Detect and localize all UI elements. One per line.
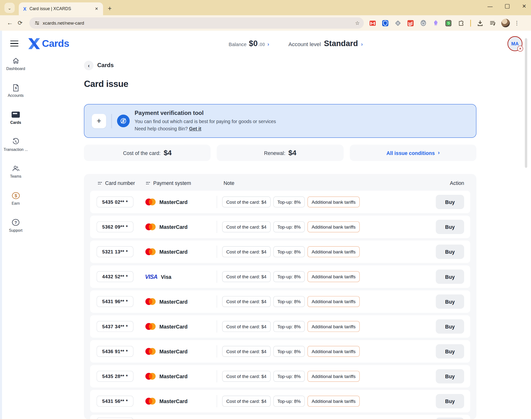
note-chips: Cost of the card: $4Top-up: 8%Additional… xyxy=(222,271,436,282)
row-divider xyxy=(217,345,217,358)
buy-button[interactable]: Buy xyxy=(436,369,464,383)
mastercard-logo-icon xyxy=(145,223,156,230)
minimize-button[interactable]: — xyxy=(486,3,493,9)
buy-button[interactable]: Buy xyxy=(436,244,464,259)
sidebar-item-cards[interactable]: Cards xyxy=(0,110,31,137)
bitwarden-extension-icon[interactable] xyxy=(381,19,390,27)
buy-button[interactable]: Buy xyxy=(436,195,464,209)
buy-button[interactable]: Buy xyxy=(436,319,464,334)
buy-button[interactable]: Buy xyxy=(436,220,464,234)
recorder-extension-icon[interactable] xyxy=(444,19,453,27)
payment-system-name: MasterCard xyxy=(159,199,188,205)
url-text[interactable]: xcards.net/new-card xyxy=(43,20,355,26)
note-chips: Cost of the card: $4Top-up: 8%Additional… xyxy=(222,196,436,207)
column-action: Action xyxy=(450,180,464,186)
sidebar-item-label: Support xyxy=(9,228,22,232)
card-number-chip: 5437 34** * xyxy=(97,321,134,332)
dollar-coin-icon: $ xyxy=(11,191,20,200)
balance-widget[interactable]: Balance $0 .00 › xyxy=(229,39,269,48)
note-chips: Cost of the card: $4Top-up: 8%Additional… xyxy=(222,346,436,357)
buy-button[interactable]: Buy xyxy=(436,295,464,309)
sidebar-item-dashboard[interactable]: Dashboard xyxy=(0,56,31,83)
page-scrollbar[interactable] xyxy=(525,38,527,168)
sidebar-item-support[interactable]: ? Support xyxy=(0,218,31,245)
brand-x-icon xyxy=(27,37,41,50)
column-payment-system[interactable]: Payment system xyxy=(146,180,223,186)
row-divider xyxy=(217,221,217,233)
bookmark-star-icon[interactable]: ☆ xyxy=(355,20,360,26)
browser-tab[interactable]: X Card issue | XCARDS ✕ xyxy=(19,2,103,15)
new-tab-button[interactable]: + xyxy=(108,5,112,12)
chevron-down-icon: ⌄ xyxy=(8,5,11,10)
app-header: Cards Balance $0 .00 › Account level Sta… xyxy=(0,31,531,56)
buy-button[interactable]: Buy xyxy=(436,394,464,408)
question-circle-icon: ? xyxy=(12,218,20,227)
close-window-button[interactable]: ✕ xyxy=(521,3,528,9)
people-icon xyxy=(11,164,20,173)
crystal-extension-icon[interactable] xyxy=(432,19,440,27)
get-it-link[interactable]: Get it xyxy=(189,126,201,131)
maximize-button[interactable] xyxy=(504,3,511,9)
balance-cents: .00 xyxy=(258,42,265,47)
payment-system-cell: VISA Visa xyxy=(145,273,217,280)
tab-close-icon[interactable]: ✕ xyxy=(93,6,100,12)
note-chip: Additional bank tariffs xyxy=(308,271,360,282)
note-chips: Cost of the card: $4Top-up: 8%Additional… xyxy=(222,321,436,332)
power-extension-icon[interactable] xyxy=(419,19,427,27)
buy-button[interactable]: Buy xyxy=(436,269,464,284)
banner-description: You can find out which card is best for … xyxy=(135,118,276,125)
payment-verification-banner: + Payment verification tool You can find… xyxy=(84,104,476,138)
card-row: 5437 34** * MasterCard Cost of the card:… xyxy=(90,315,470,338)
url-bar[interactable]: xcards.net/new-card ☆ xyxy=(30,17,364,29)
payment-system-cell: MasterCard xyxy=(145,373,217,380)
tab-search-button[interactable]: ⌄ xyxy=(4,3,15,13)
note-chip: Cost of the card: $4 xyxy=(222,271,271,282)
cards-table: Card number Payment system Note Action 5… xyxy=(84,174,476,420)
browser-profile-avatar[interactable] xyxy=(501,19,510,27)
breadcrumb: ‹ Cards xyxy=(84,61,476,71)
sidebar-item-accounts[interactable]: $ Accounts xyxy=(0,83,31,110)
toolbar-separator xyxy=(470,20,471,26)
gmail-extension-icon[interactable] xyxy=(368,19,377,27)
payment-system-cell: MasterCard xyxy=(145,248,217,255)
svg-text:?: ? xyxy=(15,220,17,225)
renewal-value: $4 xyxy=(288,149,296,157)
note-chip: Top-up: 8% xyxy=(273,196,305,207)
note-chip: Top-up: 8% xyxy=(273,296,305,307)
user-avatar[interactable]: MA ✕ xyxy=(507,36,522,51)
svg-text:$: $ xyxy=(15,193,17,198)
payment-system-name: Visa xyxy=(161,274,171,280)
browser-menu-icon[interactable]: ⋮ xyxy=(514,20,520,26)
main-content: ‹ Cards Card issue + Payment verificatio… xyxy=(84,61,476,420)
sidebar-item-earn[interactable]: $ Earn xyxy=(0,191,31,218)
mastercard-logo-icon xyxy=(145,323,156,330)
card-number-chip: 5362 09** * xyxy=(97,221,134,232)
diamond-extension-icon[interactable] xyxy=(394,19,402,27)
account-level-widget[interactable]: Account level Standard › xyxy=(288,39,363,48)
issue-conditions-link[interactable]: All issue conditions › xyxy=(350,145,476,161)
mastercard-logo-icon xyxy=(145,397,156,405)
sidebar-item-teams[interactable]: Teams xyxy=(0,164,31,191)
column-card-number[interactable]: Card number xyxy=(98,180,146,186)
reload-button[interactable]: ⟳ xyxy=(15,20,25,27)
balance-amount: $0 xyxy=(249,39,258,48)
payment-system-name: MasterCard xyxy=(159,374,188,379)
hamburger-menu-icon[interactable] xyxy=(10,41,18,46)
downloads-icon[interactable] xyxy=(476,19,484,27)
brand-logo[interactable]: Cards xyxy=(27,37,69,50)
back-button[interactable]: ← xyxy=(5,20,15,27)
extensions-puzzle-icon[interactable] xyxy=(457,19,465,27)
site-info-icon[interactable] xyxy=(34,20,40,26)
buy-button[interactable]: Buy xyxy=(436,344,464,359)
note-chip: Cost of the card: $4 xyxy=(222,246,271,257)
breadcrumb-back-button[interactable]: ‹ xyxy=(84,61,94,71)
mastercard-logo-icon xyxy=(145,198,156,206)
sidebar-item-transaction[interactable]: Transaction ... xyxy=(0,137,31,164)
home-icon xyxy=(12,56,20,65)
note-chips: Cost of the card: $4Top-up: 8%Additional… xyxy=(222,221,436,232)
add-button[interactable]: + xyxy=(92,114,106,128)
playlist-icon[interactable] xyxy=(488,19,497,27)
todoist-extension-icon[interactable] xyxy=(406,19,415,27)
mastercard-logo-icon xyxy=(145,248,156,255)
card-row: 5431 56** * MasterCard Cost of the card:… xyxy=(90,390,470,412)
